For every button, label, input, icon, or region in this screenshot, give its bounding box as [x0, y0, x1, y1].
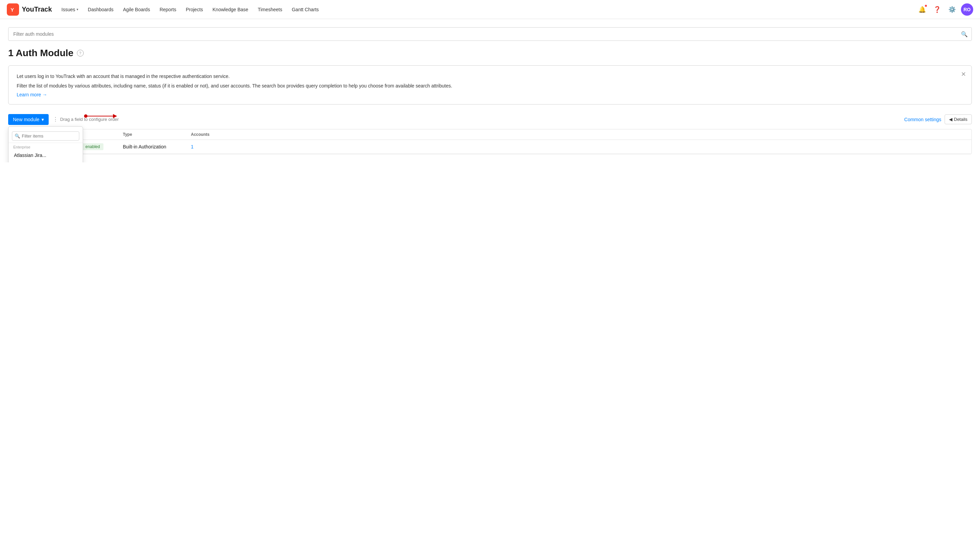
logo-text: YouTrack	[22, 5, 52, 13]
nav-item-reports[interactable]: Reports	[155, 5, 180, 14]
svg-marker-4	[113, 114, 117, 118]
col-header-extra	[232, 132, 966, 137]
drag-icon: ⋮	[53, 116, 58, 122]
settings-button[interactable]: ⚙️	[946, 3, 958, 16]
col-header-accounts: Accounts	[191, 132, 232, 137]
issues-chevron-icon: ▾	[77, 8, 78, 11]
details-button[interactable]: ◀ Details	[945, 114, 972, 124]
new-module-dropdown: 🔍 Enterprise Atlassian Jira... LDAP... A…	[8, 126, 83, 162]
info-line-2: Filter the list of modules by various at…	[16, 82, 964, 89]
table-header: Type Accounts	[8, 129, 972, 140]
page-title: 1 Auth Module	[8, 48, 74, 59]
chevron-down-icon: ▾	[41, 117, 44, 122]
help-icon[interactable]: ?	[77, 50, 84, 56]
auth-modules-table: Type Accounts enabled Built-in Authoriza…	[8, 129, 972, 154]
info-box: ✕ Let users log in to YouTrack with an a…	[8, 65, 972, 104]
row-accounts: 1	[191, 144, 232, 149]
col-header-status	[82, 132, 123, 137]
nav-item-agile-boards[interactable]: Agile Boards	[119, 5, 154, 14]
search-icon: 🔍	[961, 31, 968, 38]
status-badge: enabled	[82, 143, 104, 150]
navbar: Y YouTrack Issues ▾ Dashboards Agile Boa…	[0, 0, 980, 19]
common-settings-link[interactable]: Common settings	[904, 117, 941, 122]
nav-item-projects[interactable]: Projects	[182, 5, 207, 14]
details-chevron-icon: ◀	[949, 117, 952, 122]
accounts-link[interactable]: 1	[191, 144, 194, 149]
info-box-close-button[interactable]: ✕	[961, 71, 966, 78]
svg-text:Y: Y	[10, 7, 14, 13]
dropdown-search-area: 🔍	[8, 129, 82, 143]
avatar[interactable]: RO	[961, 3, 973, 16]
toolbar: New module ▾ 🔍 Enterprise Atlassian Jira…	[8, 114, 972, 125]
col-header-type: Type	[123, 132, 191, 137]
logo-icon: Y	[7, 3, 19, 16]
arrow-annotation	[84, 114, 119, 118]
learn-more-link[interactable]: Learn more →	[16, 92, 47, 98]
main-content: 🔍 1 Auth Module ? ✕ Let users log in to …	[0, 19, 980, 162]
page-title-row: 1 Auth Module ?	[8, 48, 972, 59]
help-button[interactable]: ❓	[931, 3, 943, 16]
nav-item-timesheets[interactable]: Timesheets	[254, 5, 287, 14]
dropdown-section-enterprise: Enterprise	[8, 143, 82, 150]
new-module-wrapper: New module ▾ 🔍 Enterprise Atlassian Jira…	[8, 114, 49, 125]
nav-item-issues[interactable]: Issues ▾	[58, 5, 82, 14]
search-bar: 🔍	[8, 27, 972, 41]
dropdown-filter-input[interactable]	[12, 131, 79, 141]
toolbar-right: Common settings ◀ Details	[904, 114, 972, 124]
dropdown-item-ldap[interactable]: LDAP...	[8, 161, 82, 162]
notifications-button[interactable]: 🔔	[916, 3, 928, 16]
dropdown-search-icon: 🔍	[15, 134, 20, 139]
nav-item-gantt-charts[interactable]: Gantt Charts	[287, 5, 323, 14]
info-line-1: Let users log in to YouTrack with an acc…	[16, 73, 964, 80]
row-type: Built-in Authorization	[123, 144, 191, 149]
row-status: enabled	[82, 143, 123, 150]
nav-logo[interactable]: Y YouTrack	[7, 3, 52, 16]
dropdown-item-atlassian-jira[interactable]: Atlassian Jira...	[8, 150, 82, 161]
table-row[interactable]: enabled Built-in Authorization 1	[8, 140, 972, 154]
nav-icons: 🔔 ❓ ⚙️ RO	[916, 3, 973, 16]
new-module-button[interactable]: New module ▾	[8, 114, 49, 125]
nav-item-dashboards[interactable]: Dashboards	[84, 5, 118, 14]
search-input[interactable]	[8, 27, 972, 41]
nav-item-knowledge-base[interactable]: Knowledge Base	[209, 5, 252, 14]
